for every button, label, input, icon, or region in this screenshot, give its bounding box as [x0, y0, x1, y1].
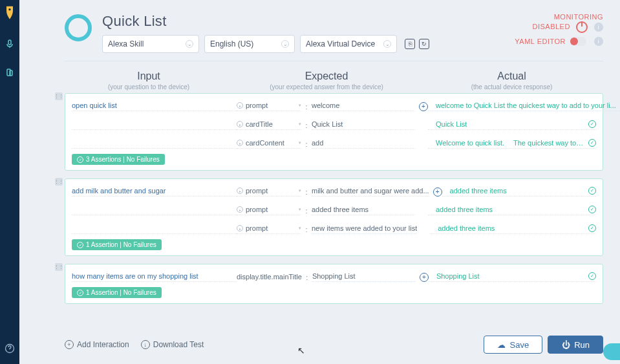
- input-cell[interactable]: [72, 225, 237, 234]
- chevron-down-icon: ⌄: [186, 40, 193, 48]
- input-cell[interactable]: how many items are on my shopping list: [72, 272, 237, 282]
- assertion-badge: ✓3 Assertions | No Failures: [72, 154, 165, 165]
- check-icon: ✓: [588, 120, 596, 128]
- field-select[interactable]: ▸prompt▾: [237, 206, 301, 215]
- check-icon: ✓: [588, 139, 596, 147]
- test-card: ⋮⋮open quick list▸prompt▾:welcome+welcom…: [65, 93, 603, 171]
- chat-fab[interactable]: [603, 343, 620, 360]
- svg-rect-3: [10, 70, 12, 76]
- play-icon: ▸: [237, 121, 243, 127]
- save-button[interactable]: ☁Save: [484, 336, 543, 354]
- colon: :: [301, 226, 312, 233]
- check-icon: ✓: [77, 242, 83, 248]
- card-handle[interactable]: ⋮⋮: [55, 92, 63, 100]
- field-select[interactable]: ▸cardContent▾: [237, 139, 301, 149]
- header: Quick List Alexa Skill⌄ English (US)⌄ Al…: [65, 13, 603, 53]
- play-icon: ▸: [237, 102, 243, 109]
- field-select[interactable]: ▸prompt▾: [237, 224, 301, 234]
- actual-cell: Shopping List✓: [429, 272, 596, 282]
- download-icon: ↓: [141, 340, 150, 349]
- mic-icon[interactable]: [5, 39, 15, 49]
- field-select[interactable]: ▸cardTitle▾: [237, 120, 301, 130]
- check-icon: ✓: [588, 187, 596, 195]
- check-icon: ✓: [588, 224, 596, 232]
- expected-cell[interactable]: add: [312, 139, 415, 149]
- refresh-icon[interactable]: ↻: [419, 39, 429, 49]
- actual-cell: welcome to Quick List the quickest way t…: [428, 102, 620, 111]
- footer: +Add Interaction ↓Download Test ☁Save ⏻R…: [65, 336, 603, 354]
- card-handle[interactable]: ⋮⋮: [55, 178, 63, 186]
- colon: :: [301, 103, 312, 111]
- actual-cell: added three items✓: [428, 206, 596, 215]
- assertion-row: ▸cardContent▾:addWelcome to quick list.T…: [72, 136, 596, 151]
- assertion-row: how many items are on my shopping listdi…: [72, 270, 596, 284]
- device-icon[interactable]: [5, 67, 15, 78]
- card-handle[interactable]: ⋮⋮: [55, 263, 63, 271]
- divider: [65, 61, 603, 61]
- column-headers: Input(your question to the device) Expec…: [65, 70, 603, 91]
- colon: :: [301, 122, 312, 129]
- assertion-row: ▸cardTitle▾:Quick ListQuick List✓: [72, 118, 596, 133]
- assertion-row: add milk and butter and sugar▸prompt▾:mi…: [72, 184, 596, 199]
- download-test-link[interactable]: ↓Download Test: [141, 340, 204, 349]
- actual-cell: Welcome to quick list.The quickest way t…: [428, 139, 596, 149]
- colon: :: [302, 273, 312, 281]
- test-card: ⋮⋮how many items are on my shopping list…: [65, 264, 603, 304]
- expected-cell[interactable]: Quick List: [312, 120, 415, 130]
- field-select[interactable]: display.title.mainTitle: [237, 273, 302, 282]
- add-assertion-icon[interactable]: +: [433, 187, 442, 197]
- actual-cell: added three items✓: [442, 187, 596, 197]
- assertion-badge: ✓1 Assertion | No Failures: [72, 287, 162, 298]
- colon: :: [301, 140, 312, 148]
- svg-rect-1: [8, 40, 11, 45]
- test-card: ⋮⋮add milk and butter and sugar▸prompt▾:…: [65, 178, 603, 256]
- colon: :: [301, 188, 312, 196]
- check-icon: ✓: [77, 290, 83, 296]
- skill-select[interactable]: Alexa Skill⌄: [102, 35, 199, 53]
- input-cell[interactable]: [72, 140, 237, 149]
- input-cell[interactable]: open quick list: [72, 102, 237, 111]
- add-interaction-link[interactable]: +Add Interaction: [65, 340, 129, 349]
- chevron-down-icon: ⌄: [383, 40, 391, 48]
- assertion-badge: ✓1 Assertion | No Failures: [72, 239, 162, 250]
- play-icon: ▸: [237, 206, 243, 213]
- colon: :: [301, 207, 312, 215]
- input-cell[interactable]: [72, 206, 237, 215]
- expected-cell[interactable]: new items were added to your list: [312, 224, 417, 234]
- device-select[interactable]: Alexa Virtual Device⌄: [300, 35, 397, 53]
- alexa-icon: [65, 14, 92, 41]
- plus-icon: +: [65, 340, 74, 349]
- run-button[interactable]: ⏻Run: [548, 336, 603, 354]
- svg-point-0: [8, 8, 10, 10]
- actual-cell: added three items✓: [430, 224, 596, 234]
- page-title: Quick List: [102, 13, 603, 30]
- expected-cell[interactable]: added three items: [312, 206, 415, 215]
- assertion-row: open quick list▸prompt▾:welcome+welcome …: [72, 99, 596, 114]
- sidebar: [0, 0, 19, 364]
- add-assertion-icon[interactable]: +: [419, 102, 428, 111]
- assertion-row: ▸prompt▾:new items were added to your li…: [72, 222, 596, 237]
- copy-icon[interactable]: ⎘: [405, 39, 415, 49]
- check-icon: ✓: [77, 156, 83, 163]
- input-cell[interactable]: [72, 121, 237, 130]
- input-cell[interactable]: add milk and butter and sugar: [72, 187, 237, 197]
- power-icon: ⏻: [561, 340, 570, 349]
- play-icon: ▸: [237, 140, 243, 146]
- check-icon: ✓: [588, 206, 596, 213]
- check-icon: ✓: [588, 272, 596, 280]
- field-select[interactable]: ▸prompt▾: [237, 102, 301, 111]
- main-content: Quick List Alexa Skill⌄ English (US)⌄ Al…: [19, 0, 620, 364]
- expected-cell[interactable]: milk and butter and sugar were add...: [312, 187, 429, 197]
- chevron-down-icon: ⌄: [281, 40, 289, 48]
- logo-icon: [3, 5, 16, 21]
- locale-select[interactable]: English (US)⌄: [204, 35, 295, 53]
- expected-cell[interactable]: Shopping List: [312, 272, 416, 282]
- play-icon: ▸: [237, 187, 243, 194]
- help-icon[interactable]: [5, 343, 15, 354]
- add-assertion-icon[interactable]: +: [420, 273, 429, 282]
- expected-cell[interactable]: welcome: [312, 102, 415, 111]
- assertion-row: ▸prompt▾:added three itemsadded three it…: [72, 203, 596, 218]
- cloud-icon: ☁: [497, 340, 506, 349]
- field-select[interactable]: ▸prompt▾: [237, 187, 301, 197]
- play-icon: ▸: [237, 225, 243, 231]
